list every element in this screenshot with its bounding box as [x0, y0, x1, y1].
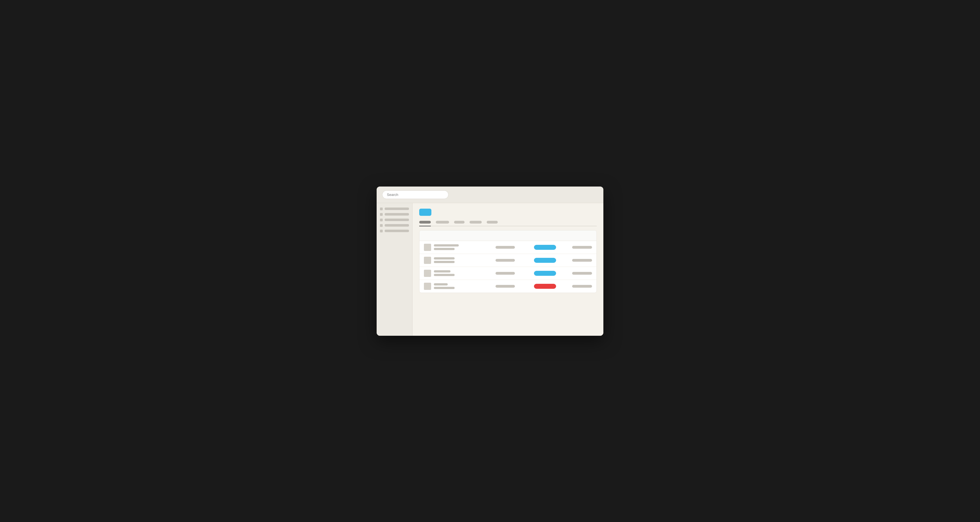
- status-badge-1: [534, 245, 556, 250]
- sidebar-item-5[interactable]: [380, 230, 409, 232]
- table-header: [420, 230, 597, 241]
- sidebar-label-2: [385, 213, 409, 216]
- mid-label-1: [496, 246, 515, 249]
- tab-5[interactable]: [487, 221, 498, 226]
- tab-3[interactable]: [454, 221, 465, 226]
- text-line-title-3: [434, 270, 450, 273]
- col-right-1: [565, 246, 592, 249]
- app-body: [377, 203, 603, 336]
- tab-label-3: [454, 221, 465, 224]
- col-status-3: [526, 271, 565, 276]
- col-right-4: [565, 285, 592, 288]
- col-mid-1: [485, 246, 526, 249]
- col-status-2: [526, 258, 565, 263]
- text-lines-4: [434, 283, 455, 289]
- tab-label-1: [419, 221, 431, 224]
- right-label-3: [572, 272, 592, 274]
- col-mid-2: [485, 259, 526, 262]
- col-thumb-text-2: [424, 257, 485, 264]
- col-status-4: [526, 284, 565, 289]
- text-line-title-4: [434, 283, 448, 286]
- sidebar-icon-5: [380, 230, 383, 232]
- status-badge-4: [534, 284, 556, 289]
- right-label-1: [572, 246, 592, 249]
- tab-1[interactable]: [419, 221, 431, 226]
- text-lines-1: [434, 244, 459, 250]
- col-right-2: [565, 259, 592, 262]
- table-row[interactable]: [420, 254, 597, 267]
- thumbnail-4: [424, 283, 431, 290]
- text-lines-2: [434, 257, 455, 263]
- col-mid-4: [485, 285, 526, 288]
- mid-label-3: [496, 272, 515, 274]
- search-input[interactable]: [382, 190, 449, 199]
- sidebar-icon-1: [380, 208, 383, 210]
- sidebar-item-4[interactable]: [380, 224, 409, 227]
- sidebar-icon-4: [380, 224, 383, 227]
- app-header: [377, 187, 603, 203]
- col-right-3: [565, 272, 592, 274]
- text-lines-3: [434, 270, 455, 276]
- table-row[interactable]: [420, 241, 597, 254]
- tab-4[interactable]: [469, 221, 482, 226]
- table-row[interactable]: [420, 280, 597, 293]
- thumbnail-2: [424, 257, 431, 264]
- text-line-sub-3: [434, 274, 455, 276]
- sidebar-item-2[interactable]: [380, 213, 409, 216]
- sidebar-label-1: [385, 208, 409, 210]
- text-line-sub-4: [434, 287, 455, 289]
- status-badge-3: [534, 271, 556, 276]
- tabs-bar: [419, 221, 597, 226]
- thumbnail-3: [424, 270, 431, 277]
- status-badge-2: [534, 258, 556, 263]
- text-line-sub-2: [434, 261, 455, 263]
- tab-label-5: [487, 221, 498, 224]
- thumbnail-1: [424, 244, 431, 251]
- text-line-title-1: [434, 244, 459, 246]
- col-thumb-text-4: [424, 283, 485, 290]
- right-label-2: [572, 259, 592, 262]
- sidebar-label-5: [385, 230, 409, 232]
- sidebar-label-4: [385, 224, 409, 227]
- action-button[interactable]: [419, 209, 431, 216]
- sidebar-icon-2: [380, 213, 383, 216]
- col-thumb-text-1: [424, 244, 485, 251]
- table-row[interactable]: [420, 267, 597, 280]
- app-window: [377, 187, 603, 336]
- sidebar-icon-3: [380, 219, 383, 221]
- main-content: [412, 203, 603, 336]
- text-line-sub-1: [434, 248, 455, 250]
- tab-2[interactable]: [436, 221, 449, 226]
- col-status-1: [526, 245, 565, 250]
- sidebar-item-3[interactable]: [380, 219, 409, 221]
- col-mid-3: [485, 272, 526, 274]
- sidebar-label-3: [385, 219, 409, 221]
- tab-label-4: [469, 221, 482, 224]
- mid-label-2: [496, 259, 515, 262]
- col-thumb-text-3: [424, 270, 485, 277]
- right-label-4: [572, 285, 592, 288]
- sidebar-item-1[interactable]: [380, 208, 409, 210]
- sidebar: [377, 203, 412, 336]
- tab-label-2: [436, 221, 449, 224]
- text-line-title-2: [434, 257, 455, 260]
- data-table: [419, 230, 597, 293]
- mid-label-4: [496, 285, 515, 288]
